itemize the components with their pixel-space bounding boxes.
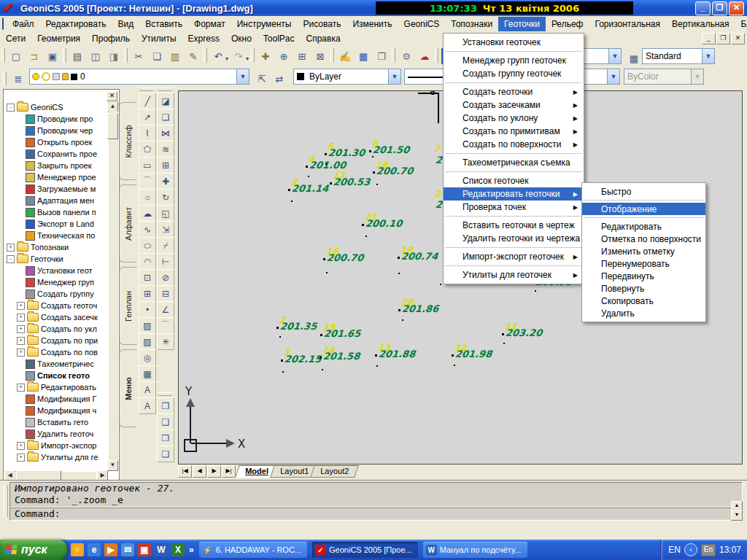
panel-close-icon[interactable]: ✕ (107, 91, 117, 101)
geo-menu-item-3[interactable]: Создать группу геоточек (444, 67, 584, 80)
geo-point[interactable] (398, 309, 400, 311)
geo-point[interactable] (281, 359, 283, 362)
restore-button[interactable]: ❐ (712, 1, 727, 15)
hatch-icon[interactable]: ▨ (139, 317, 156, 334)
menubar1-item-5[interactable]: Инструменты (231, 17, 298, 31)
construction-line-icon[interactable]: ↗ (139, 109, 156, 125)
chevron-down-icon[interactable]: ▼ (702, 49, 714, 63)
scroll-down-icon[interactable]: ▼ (107, 460, 118, 471)
minimize-button[interactable]: _ (695, 1, 711, 15)
fillet-icon[interactable]: ⌒ (157, 317, 174, 334)
geo-menu-item-20[interactable]: Импорт-экспорт геоточек▶ (444, 250, 584, 263)
menubar2-item-6[interactable]: ToolPac (258, 31, 301, 46)
menubar1-item-13[interactable]: Вертикальная (666, 17, 735, 31)
trim-icon[interactable]: ⌿ (157, 237, 174, 254)
geo-menu-item-11[interactable]: Тахеометрическая съемка (444, 156, 584, 169)
edit-submenu-item-6[interactable]: Изменить отметку (582, 245, 705, 257)
tree-item-23[interactable]: Список геото (4, 370, 106, 381)
geo-point-node[interactable] (291, 201, 293, 202)
media-player-icon[interactable]: ▶ (104, 543, 117, 556)
scroll-up-icon[interactable]: ▲ (107, 101, 118, 112)
mirror-icon[interactable]: ⋈ (157, 125, 174, 141)
geo-point-node[interactable] (322, 369, 323, 370)
polygon-icon[interactable]: ⬠ (139, 141, 156, 158)
geo-menu-item-13[interactable]: Список геоточек (444, 174, 584, 187)
geo-point[interactable] (288, 189, 290, 191)
command-scroll-down-icon[interactable]: ▼ (731, 510, 743, 521)
tree-item-13[interactable]: -Геоточки (4, 253, 106, 265)
edit-submenu-item-11[interactable]: Удалить (582, 307, 705, 319)
pan-icon[interactable]: ✚ (257, 47, 274, 65)
new-icon[interactable]: ▢ (7, 47, 25, 65)
geonics-cloud-icon[interactable]: ☁ (416, 47, 433, 65)
tree-item-6[interactable]: Менеджер прое (4, 171, 106, 183)
mdi-minimize-button[interactable]: _ (702, 33, 716, 44)
rectangle-icon[interactable]: ▭ (139, 157, 156, 174)
chamfer-icon[interactable]: ∠ (157, 301, 174, 318)
geo-point-node[interactable] (376, 365, 378, 367)
tree-item-0[interactable]: -GeoniCS (4, 101, 106, 113)
draw-order-under-icon[interactable]: ❏ (157, 446, 174, 462)
break-icon[interactable]: ⊟ (157, 285, 174, 302)
match-properties-icon[interactable]: ✎ (185, 47, 202, 65)
arc-icon[interactable]: ⌒ (139, 173, 156, 190)
tree-item-3[interactable]: Открыть проек (4, 136, 106, 148)
tree-item-21[interactable]: +Создать по пов (4, 346, 106, 358)
multiline-text-icon[interactable]: A (139, 381, 156, 398)
expand-icon[interactable]: + (17, 442, 25, 450)
geonics-tools-icon[interactable]: ⚙ (398, 47, 415, 65)
word-icon[interactable]: W (155, 543, 168, 556)
tree-item-28[interactable]: Удалить геоточ (4, 428, 106, 440)
menubar1-item-3[interactable]: Вставить (139, 17, 188, 31)
geonics-annotate-icon[interactable]: ✍ (336, 47, 354, 65)
menubar2-item-3[interactable]: Утилиты (136, 31, 182, 46)
menubar1-item-12[interactable]: Горизонтальная (589, 17, 666, 31)
geo-menu-item-14[interactable]: Редактировать геоточки▶ (444, 187, 584, 201)
menubar2-item-1[interactable]: Геометрия (31, 31, 86, 46)
plot-icon[interactable]: ▤ (69, 47, 86, 65)
geo-point-node[interactable] (440, 284, 441, 285)
undo-dropdown-icon[interactable]: ▾ (225, 55, 228, 62)
tree-item-4[interactable]: Сохранить прое (4, 148, 106, 160)
mdi-restore-button[interactable]: ❐ (716, 33, 730, 44)
chevron-down-icon[interactable]: ▼ (608, 49, 621, 63)
region-icon[interactable]: ◎ (139, 349, 156, 366)
geo-point-node[interactable] (402, 319, 403, 321)
erase-icon[interactable]: ◪ (157, 93, 174, 109)
text-style-dialog-button[interactable]: ▦ (625, 50, 643, 67)
expand-icon[interactable]: + (17, 349, 25, 357)
close-button[interactable]: ✕ (729, 1, 744, 15)
table-icon[interactable]: ▦ (139, 365, 156, 382)
side-tab-3[interactable]: Генплан (119, 267, 137, 345)
redo-dropdown-icon[interactable]: ▾ (246, 55, 249, 62)
chevron-down-icon[interactable]: ▼ (388, 69, 400, 84)
geonics-dialog-icon[interactable]: ▦ (355, 47, 372, 65)
next-tab-icon[interactable]: ▶ (207, 465, 221, 478)
geo-menu-item-8[interactable]: Создать по примитивам▶ (444, 125, 584, 138)
geo-point-node[interactable] (326, 272, 328, 273)
menubar1-item-7[interactable]: Изменить (347, 17, 398, 31)
geo-point[interactable] (276, 327, 279, 329)
command-input[interactable]: Command: (9, 508, 743, 521)
redo-icon[interactable]: ↷ (230, 47, 247, 65)
tree-item-24[interactable]: +Редактировать (4, 381, 106, 393)
layer-manager-button[interactable]: ≣ (9, 70, 27, 88)
geo-point-node[interactable] (454, 365, 455, 366)
menubar1-item-4[interactable]: Формат (188, 17, 231, 31)
tree-item-8[interactable]: Адаптация мен (4, 195, 106, 206)
command-history[interactable]: Импортировано геоточек - 27.Command: '_.… (9, 482, 743, 508)
rotate-icon[interactable]: ↻ (157, 189, 174, 206)
edit-submenu-item-8[interactable]: Передвинуть (582, 270, 705, 282)
draw-order-front-icon[interactable]: ❐ (157, 397, 174, 414)
tree-item-17[interactable]: +Создать геоточ (4, 300, 106, 311)
geo-menu-item-0[interactable]: Установки геоточек (444, 36, 584, 49)
first-tab-icon[interactable]: |◀ (178, 465, 192, 478)
spline-icon[interactable]: ∿ (139, 221, 156, 238)
tree-item-12[interactable]: +Топознаки (4, 241, 106, 253)
geo-point[interactable] (362, 224, 364, 226)
tree-item-25[interactable]: Модификация Г (4, 393, 106, 405)
last-tab-icon[interactable]: ▶| (222, 465, 236, 478)
copy-icon[interactable]: ❏ (148, 47, 166, 65)
toolbar-grip[interactable] (158, 88, 172, 91)
menubar1-item-9[interactable]: Топознаки (445, 17, 498, 31)
